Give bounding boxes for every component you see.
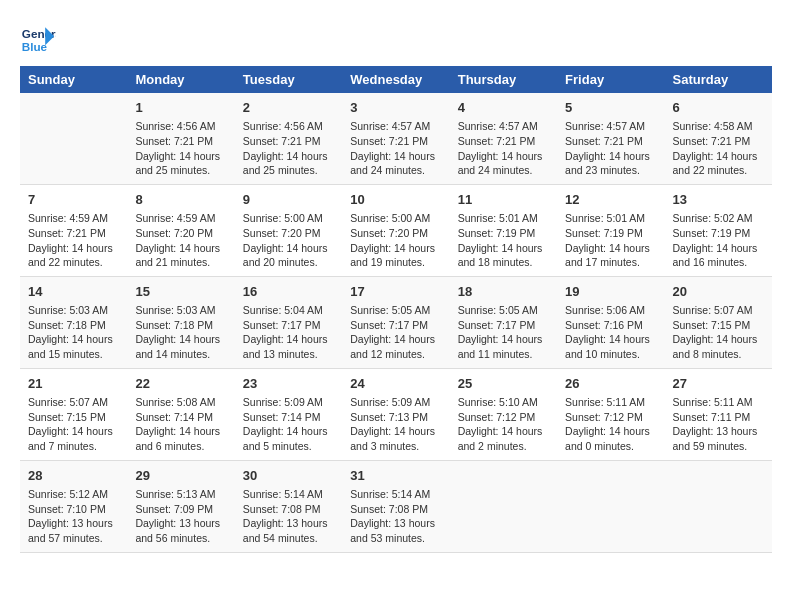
calendar-cell: 20Sunrise: 5:07 AM Sunset: 7:15 PM Dayli… bbox=[665, 276, 772, 368]
logo: General Blue bbox=[20, 20, 60, 56]
calendar-cell bbox=[557, 460, 664, 552]
day-number: 31 bbox=[350, 467, 441, 485]
calendar-cell: 19Sunrise: 5:06 AM Sunset: 7:16 PM Dayli… bbox=[557, 276, 664, 368]
cell-content: Sunrise: 4:56 AM Sunset: 7:21 PM Dayligh… bbox=[135, 119, 226, 178]
svg-text:Blue: Blue bbox=[22, 40, 48, 53]
day-number: 8 bbox=[135, 191, 226, 209]
day-number: 19 bbox=[565, 283, 656, 301]
calendar-cell: 18Sunrise: 5:05 AM Sunset: 7:17 PM Dayli… bbox=[450, 276, 557, 368]
day-number: 16 bbox=[243, 283, 334, 301]
calendar-cell: 24Sunrise: 5:09 AM Sunset: 7:13 PM Dayli… bbox=[342, 368, 449, 460]
calendar-cell: 15Sunrise: 5:03 AM Sunset: 7:18 PM Dayli… bbox=[127, 276, 234, 368]
day-number: 30 bbox=[243, 467, 334, 485]
day-number: 1 bbox=[135, 99, 226, 117]
cell-content: Sunrise: 5:03 AM Sunset: 7:18 PM Dayligh… bbox=[135, 303, 226, 362]
cell-content: Sunrise: 5:13 AM Sunset: 7:09 PM Dayligh… bbox=[135, 487, 226, 546]
header-day-saturday: Saturday bbox=[665, 66, 772, 93]
calendar-cell: 4Sunrise: 4:57 AM Sunset: 7:21 PM Daylig… bbox=[450, 93, 557, 184]
calendar-cell: 7Sunrise: 4:59 AM Sunset: 7:21 PM Daylig… bbox=[20, 184, 127, 276]
day-number: 27 bbox=[673, 375, 764, 393]
calendar-cell bbox=[665, 460, 772, 552]
cell-content: Sunrise: 5:08 AM Sunset: 7:14 PM Dayligh… bbox=[135, 395, 226, 454]
cell-content: Sunrise: 4:56 AM Sunset: 7:21 PM Dayligh… bbox=[243, 119, 334, 178]
logo-icon: General Blue bbox=[20, 20, 56, 56]
cell-content: Sunrise: 5:11 AM Sunset: 7:11 PM Dayligh… bbox=[673, 395, 764, 454]
header-row: SundayMondayTuesdayWednesdayThursdayFrid… bbox=[20, 66, 772, 93]
week-row-1: 7Sunrise: 4:59 AM Sunset: 7:21 PM Daylig… bbox=[20, 184, 772, 276]
cell-content: Sunrise: 5:02 AM Sunset: 7:19 PM Dayligh… bbox=[673, 211, 764, 270]
cell-content: Sunrise: 5:05 AM Sunset: 7:17 PM Dayligh… bbox=[350, 303, 441, 362]
calendar-cell: 12Sunrise: 5:01 AM Sunset: 7:19 PM Dayli… bbox=[557, 184, 664, 276]
cell-content: Sunrise: 4:59 AM Sunset: 7:20 PM Dayligh… bbox=[135, 211, 226, 270]
cell-content: Sunrise: 5:06 AM Sunset: 7:16 PM Dayligh… bbox=[565, 303, 656, 362]
week-row-2: 14Sunrise: 5:03 AM Sunset: 7:18 PM Dayli… bbox=[20, 276, 772, 368]
day-number: 10 bbox=[350, 191, 441, 209]
day-number: 15 bbox=[135, 283, 226, 301]
calendar-cell: 21Sunrise: 5:07 AM Sunset: 7:15 PM Dayli… bbox=[20, 368, 127, 460]
cell-content: Sunrise: 4:58 AM Sunset: 7:21 PM Dayligh… bbox=[673, 119, 764, 178]
calendar-cell: 17Sunrise: 5:05 AM Sunset: 7:17 PM Dayli… bbox=[342, 276, 449, 368]
calendar-cell: 9Sunrise: 5:00 AM Sunset: 7:20 PM Daylig… bbox=[235, 184, 342, 276]
day-number: 2 bbox=[243, 99, 334, 117]
header-day-tuesday: Tuesday bbox=[235, 66, 342, 93]
cell-content: Sunrise: 5:00 AM Sunset: 7:20 PM Dayligh… bbox=[243, 211, 334, 270]
cell-content: Sunrise: 5:14 AM Sunset: 7:08 PM Dayligh… bbox=[350, 487, 441, 546]
cell-content: Sunrise: 5:03 AM Sunset: 7:18 PM Dayligh… bbox=[28, 303, 119, 362]
day-number: 9 bbox=[243, 191, 334, 209]
cell-content: Sunrise: 5:09 AM Sunset: 7:13 PM Dayligh… bbox=[350, 395, 441, 454]
header-day-monday: Monday bbox=[127, 66, 234, 93]
day-number: 5 bbox=[565, 99, 656, 117]
cell-content: Sunrise: 5:14 AM Sunset: 7:08 PM Dayligh… bbox=[243, 487, 334, 546]
day-number: 7 bbox=[28, 191, 119, 209]
cell-content: Sunrise: 4:57 AM Sunset: 7:21 PM Dayligh… bbox=[565, 119, 656, 178]
cell-content: Sunrise: 5:11 AM Sunset: 7:12 PM Dayligh… bbox=[565, 395, 656, 454]
header-day-thursday: Thursday bbox=[450, 66, 557, 93]
header-day-friday: Friday bbox=[557, 66, 664, 93]
day-number: 4 bbox=[458, 99, 549, 117]
cell-content: Sunrise: 5:01 AM Sunset: 7:19 PM Dayligh… bbox=[458, 211, 549, 270]
calendar-cell: 30Sunrise: 5:14 AM Sunset: 7:08 PM Dayli… bbox=[235, 460, 342, 552]
calendar-cell: 23Sunrise: 5:09 AM Sunset: 7:14 PM Dayli… bbox=[235, 368, 342, 460]
cell-content: Sunrise: 5:04 AM Sunset: 7:17 PM Dayligh… bbox=[243, 303, 334, 362]
cell-content: Sunrise: 5:12 AM Sunset: 7:10 PM Dayligh… bbox=[28, 487, 119, 546]
calendar-cell: 2Sunrise: 4:56 AM Sunset: 7:21 PM Daylig… bbox=[235, 93, 342, 184]
week-row-3: 21Sunrise: 5:07 AM Sunset: 7:15 PM Dayli… bbox=[20, 368, 772, 460]
calendar-cell: 13Sunrise: 5:02 AM Sunset: 7:19 PM Dayli… bbox=[665, 184, 772, 276]
header-day-sunday: Sunday bbox=[20, 66, 127, 93]
calendar-cell bbox=[450, 460, 557, 552]
day-number: 22 bbox=[135, 375, 226, 393]
day-number: 11 bbox=[458, 191, 549, 209]
day-number: 29 bbox=[135, 467, 226, 485]
cell-content: Sunrise: 4:59 AM Sunset: 7:21 PM Dayligh… bbox=[28, 211, 119, 270]
calendar-cell: 3Sunrise: 4:57 AM Sunset: 7:21 PM Daylig… bbox=[342, 93, 449, 184]
day-number: 17 bbox=[350, 283, 441, 301]
week-row-4: 28Sunrise: 5:12 AM Sunset: 7:10 PM Dayli… bbox=[20, 460, 772, 552]
calendar-cell bbox=[20, 93, 127, 184]
page-header: General Blue bbox=[20, 20, 772, 56]
day-number: 18 bbox=[458, 283, 549, 301]
calendar-cell: 11Sunrise: 5:01 AM Sunset: 7:19 PM Dayli… bbox=[450, 184, 557, 276]
day-number: 25 bbox=[458, 375, 549, 393]
cell-content: Sunrise: 5:10 AM Sunset: 7:12 PM Dayligh… bbox=[458, 395, 549, 454]
cell-content: Sunrise: 5:01 AM Sunset: 7:19 PM Dayligh… bbox=[565, 211, 656, 270]
cell-content: Sunrise: 4:57 AM Sunset: 7:21 PM Dayligh… bbox=[458, 119, 549, 178]
calendar-cell: 22Sunrise: 5:08 AM Sunset: 7:14 PM Dayli… bbox=[127, 368, 234, 460]
calendar-cell: 27Sunrise: 5:11 AM Sunset: 7:11 PM Dayli… bbox=[665, 368, 772, 460]
cell-content: Sunrise: 5:07 AM Sunset: 7:15 PM Dayligh… bbox=[673, 303, 764, 362]
cell-content: Sunrise: 4:57 AM Sunset: 7:21 PM Dayligh… bbox=[350, 119, 441, 178]
day-number: 13 bbox=[673, 191, 764, 209]
calendar-cell: 6Sunrise: 4:58 AM Sunset: 7:21 PM Daylig… bbox=[665, 93, 772, 184]
calendar-cell: 5Sunrise: 4:57 AM Sunset: 7:21 PM Daylig… bbox=[557, 93, 664, 184]
calendar-cell: 29Sunrise: 5:13 AM Sunset: 7:09 PM Dayli… bbox=[127, 460, 234, 552]
header-day-wednesday: Wednesday bbox=[342, 66, 449, 93]
cell-content: Sunrise: 5:00 AM Sunset: 7:20 PM Dayligh… bbox=[350, 211, 441, 270]
day-number: 20 bbox=[673, 283, 764, 301]
calendar-cell: 16Sunrise: 5:04 AM Sunset: 7:17 PM Dayli… bbox=[235, 276, 342, 368]
calendar-cell: 8Sunrise: 4:59 AM Sunset: 7:20 PM Daylig… bbox=[127, 184, 234, 276]
calendar-cell: 31Sunrise: 5:14 AM Sunset: 7:08 PM Dayli… bbox=[342, 460, 449, 552]
calendar-cell: 10Sunrise: 5:00 AM Sunset: 7:20 PM Dayli… bbox=[342, 184, 449, 276]
day-number: 3 bbox=[350, 99, 441, 117]
day-number: 28 bbox=[28, 467, 119, 485]
day-number: 26 bbox=[565, 375, 656, 393]
day-number: 14 bbox=[28, 283, 119, 301]
